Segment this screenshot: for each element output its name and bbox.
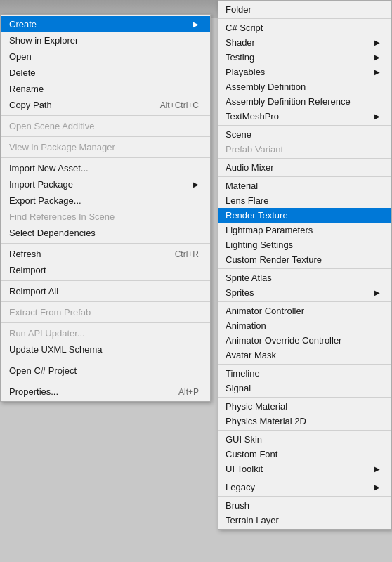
menu-item-sprites[interactable]: Sprites▶ (218, 285, 391, 300)
menu-item-animator-controller[interactable]: Animator Controller (218, 303, 391, 318)
menu-item-export-package[interactable]: Export Package... (1, 192, 210, 209)
menu-separator (218, 125, 391, 126)
menu-separator (218, 430, 391, 431)
menu-item-copy-path[interactable]: Copy PathAlt+Ctrl+C (1, 97, 210, 113)
menu-item-label: Animation (226, 320, 380, 331)
menu-item-label: View in Package Manager (9, 142, 199, 152)
menu-item-import-package[interactable]: Import Package▶ (1, 176, 210, 192)
menu-item-label: Brush (226, 500, 380, 511)
menu-item-animation[interactable]: Animation (218, 318, 391, 333)
menu-item-assembly-definition-reference[interactable]: Assembly Definition Reference (218, 94, 391, 109)
menu-item-label: Animator Controller (226, 306, 380, 316)
menu-item-label: Custom Render Texture (226, 254, 380, 265)
menu-item-render-texture[interactable]: Render Texture (218, 208, 391, 223)
menu-item-custom-render-texture[interactable]: Custom Render Texture (218, 252, 391, 267)
menu-item-label: Sprites (226, 287, 369, 298)
menu-item-properties[interactable]: Properties...Alt+P (1, 384, 210, 400)
menu-item-open-scene-additive: Open Scene Additive (1, 118, 210, 134)
submenu-arrow-icon: ▶ (193, 181, 199, 188)
menu-item-label: Reimport (9, 265, 199, 275)
menu-item-refresh[interactable]: RefreshCtrl+R (1, 246, 210, 262)
menu-item-update-uxml-schema[interactable]: Update UXML Schema (1, 341, 210, 358)
menu-item-label: Select Dependencies (9, 228, 199, 238)
menu-item-label: Run API Updater... (9, 328, 199, 339)
menu-item-open[interactable]: Open (1, 48, 210, 65)
menu-item-reimport-all[interactable]: Reimport All (1, 283, 210, 299)
menu-item-rename[interactable]: Rename (1, 81, 210, 97)
menu-item-prefab-variant: Prefab Variant (218, 142, 391, 157)
menu-item-audio-mixer[interactable]: Audio Mixer (218, 160, 391, 175)
menu-item-animator-override-controller[interactable]: Animator Override Controller (218, 333, 391, 348)
menu-item-select-dependencies[interactable]: Select Dependencies (1, 225, 210, 241)
menu-item-legacy[interactable]: Legacy▶ (218, 480, 391, 495)
menu-item-gui-skin[interactable]: GUI Skin (218, 432, 391, 447)
menu-item-reimport[interactable]: Reimport (1, 262, 210, 278)
menu-item-label: Timeline (226, 368, 380, 379)
menu-item-lighting-settings[interactable]: Lighting Settings (218, 237, 391, 252)
menu-separator (1, 157, 210, 158)
menu-item-testing[interactable]: Testing▶ (218, 50, 391, 65)
menu-item-scene[interactable]: Scene (218, 127, 391, 142)
menu-item-terrain-layer[interactable]: Terrain Layer (218, 513, 391, 528)
menu-item-material[interactable]: Material (218, 178, 391, 193)
menu-item-label: Properties... (9, 386, 164, 397)
menu-item-avatar-mask[interactable]: Avatar Mask (218, 348, 391, 362)
menu-item-playables[interactable]: Playables▶ (218, 65, 391, 79)
menu-item-label: GUI Skin (226, 434, 380, 445)
menu-item-label: Legacy (226, 482, 369, 492)
right-submenu[interactable]: FolderC# ScriptShader▶Testing▶Playables▶… (218, 0, 392, 530)
menu-item-lightmap-parameters[interactable]: Lightmap Parameters (218, 223, 391, 237)
menu-item-assembly-definition[interactable]: Assembly Definition (218, 79, 391, 94)
menu-item-label: Open Scene Additive (9, 121, 199, 131)
menu-item-label: Custom Font (226, 449, 380, 459)
menu-item-label: Animator Override Controller (226, 335, 380, 346)
menu-separator (218, 18, 391, 19)
menu-item-sprite-atlas[interactable]: Sprite Atlas (218, 270, 391, 285)
menu-item-folder[interactable]: Folder (218, 2, 391, 17)
menu-item-view-in-package-manager: View in Package Manager (1, 139, 210, 155)
menu-item-label: Open (9, 51, 199, 62)
menu-separator (1, 381, 210, 381)
menu-item-shader[interactable]: Shader▶ (218, 35, 391, 50)
menu-item-label: Playables (226, 67, 369, 77)
menu-item-shortcut: Alt+P (178, 387, 199, 397)
menu-item-label: Import New Asset... (9, 163, 199, 174)
menu-item-label: Avatar Mask (226, 350, 380, 360)
menu-item-brush[interactable]: Brush (218, 498, 391, 513)
menu-item-delete[interactable]: Delete (1, 65, 210, 81)
menu-item-label: Delete (9, 67, 199, 78)
menu-item-import-new-asset[interactable]: Import New Asset... (1, 160, 210, 176)
menu-item-physics-material-2d[interactable]: Physics Material 2D (218, 414, 391, 429)
menu-item-shortcut: Alt+Ctrl+C (160, 100, 199, 110)
submenu-arrow-icon: ▶ (374, 289, 380, 296)
menu-item-label: Show in Explorer (9, 35, 199, 46)
menu-item-show-in-explorer[interactable]: Show in Explorer (1, 32, 210, 48)
menu-item-custom-font[interactable]: Custom Font (218, 447, 391, 462)
menu-item-create[interactable]: Create▶ (1, 16, 210, 32)
menu-item-signal[interactable]: Signal (218, 381, 391, 396)
menu-item-timeline[interactable]: Timeline (218, 366, 391, 381)
menu-item-open-csharp-project[interactable]: Open C# Project (1, 362, 210, 379)
menu-item-physic-material[interactable]: Physic Material (218, 399, 391, 414)
menu-item-csharp-script[interactable]: C# Script (218, 20, 391, 35)
menu-item-label: Prefab Variant (226, 144, 380, 155)
menu-item-label: Reimport All (9, 286, 199, 296)
menu-item-ui-toolkit[interactable]: UI Toolkit▶ (218, 462, 391, 476)
menu-item-label: Lightmap Parameters (226, 225, 380, 235)
left-context-menu[interactable]: Create▶Show in ExplorerOpenDeleteRenameC… (0, 14, 211, 402)
menu-item-label: Export Package... (9, 195, 199, 206)
menu-item-label: Sprite Atlas (226, 273, 380, 283)
menu-item-label: Refresh (9, 249, 161, 259)
menu-item-label: Open C# Project (9, 365, 199, 376)
menu-item-label: Assembly Definition (226, 81, 380, 92)
menu-item-label: Physic Material (226, 401, 380, 412)
menu-separator (218, 397, 391, 398)
submenu-arrow-icon: ▶ (374, 39, 380, 46)
menu-item-label: Render Texture (226, 210, 380, 221)
menu-item-find-references: Find References In Scene (1, 209, 210, 225)
menu-item-textmeshpro[interactable]: TextMeshPro▶ (218, 109, 391, 124)
menu-item-label: UI Toolkit (226, 464, 369, 474)
menu-item-label: Physics Material 2D (226, 416, 380, 426)
menu-item-lens-flare[interactable]: Lens Flare (218, 193, 391, 208)
menu-item-label: Terrain Layer (226, 515, 380, 525)
